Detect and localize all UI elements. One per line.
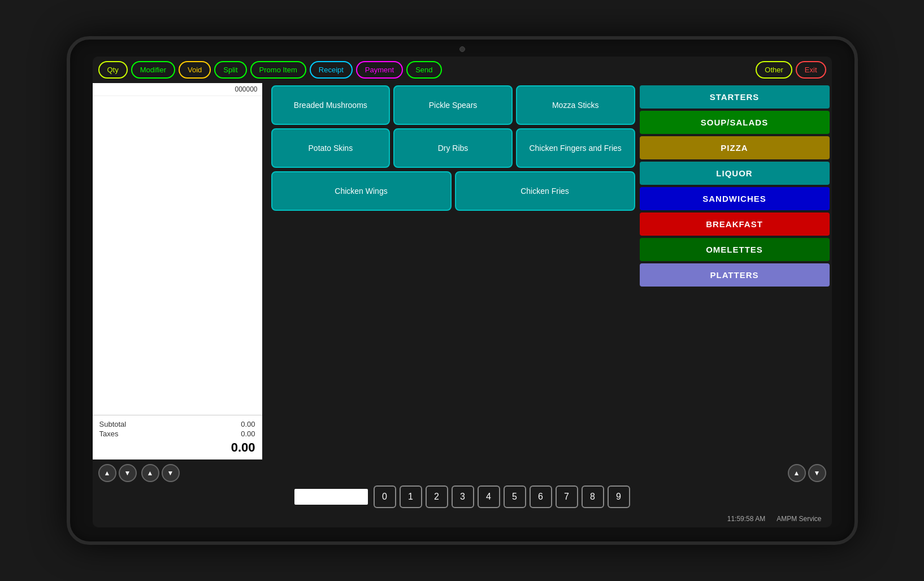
subtotal-label: Subtotal <box>99 420 127 428</box>
cat-btn-starters[interactable]: STARTERS <box>640 85 830 109</box>
menu-grid: Breaded MushroomsPickle SpearsMozza Stic… <box>267 83 640 459</box>
cat-btn-sandwiches[interactable]: SANDWICHES <box>640 187 830 210</box>
menu-item-dry-ribs[interactable]: Dry Ribs <box>393 128 513 168</box>
num-btn-8[interactable]: 8 <box>582 485 604 508</box>
menu-row-1: Potato SkinsDry RibsChicken Fingers and … <box>271 128 635 168</box>
up-arrow-icon <box>104 469 111 477</box>
menu-item-chicken-fries[interactable]: Chicken Fries <box>455 171 635 211</box>
cat-scroll-group <box>788 464 826 482</box>
taxes-value: 0.00 <box>241 430 255 438</box>
num-btn-7[interactable]: 7 <box>556 485 578 508</box>
promo-button[interactable]: Promo Item <box>250 61 306 79</box>
menu-row-0: Breaded MushroomsPickle SpearsMozza Stic… <box>271 85 635 125</box>
exit-button[interactable]: Exit <box>796 61 826 79</box>
cat-btn-soup-salads[interactable]: SOUP/SALADS <box>640 111 830 134</box>
num-btn-1[interactable]: 1 <box>400 485 422 508</box>
numpad-row: 0123456789 <box>98 485 826 510</box>
num-btn-2[interactable]: 2 <box>426 485 448 508</box>
order-scroll-group <box>98 464 137 482</box>
screen: Qty Modifier Void Split Promo Item Recei… <box>93 57 832 527</box>
cat-scroll-up[interactable] <box>788 464 806 482</box>
total-value: 0.00 <box>231 440 255 455</box>
split-button[interactable]: Split <box>214 61 246 79</box>
text-input[interactable] <box>294 489 368 505</box>
qty-button[interactable]: Qty <box>98 61 128 79</box>
num-btn-6[interactable]: 6 <box>530 485 552 508</box>
send-button[interactable]: Send <box>406 61 441 79</box>
cat-btn-pizza[interactable]: PIZZA <box>640 136 830 159</box>
cat-scroll-down[interactable] <box>808 464 826 482</box>
down-arrow-icon-2 <box>167 469 174 477</box>
up-arrow-icon-3 <box>793 469 800 477</box>
menu-scroll-up[interactable] <box>141 464 159 482</box>
menu-item-pickle-spears[interactable]: Pickle Spears <box>393 85 513 125</box>
payment-button[interactable]: Payment <box>356 61 403 79</box>
menu-item-breaded-mushrooms[interactable]: Breaded Mushrooms <box>271 85 391 125</box>
main-content: 000000 Subtotal 0.00 Taxes 0.00 0.00 <box>93 83 832 459</box>
num-btn-9[interactable]: 9 <box>608 485 630 508</box>
toolbar-right: Other Exit <box>756 61 826 79</box>
camera <box>459 46 465 52</box>
status-bar: 11:59:58 AM AMPM Service <box>98 514 826 524</box>
other-button[interactable]: Other <box>756 61 792 79</box>
status-time: 11:59:58 AM <box>727 515 765 523</box>
taxes-row: Taxes 0.00 <box>99 430 255 438</box>
num-btn-0[interactable]: 0 <box>374 485 396 508</box>
menu-item-chicken-wings[interactable]: Chicken Wings <box>271 171 452 211</box>
cat-btn-omelettes[interactable]: OMELETTES <box>640 238 830 261</box>
down-arrow-icon-3 <box>814 469 821 477</box>
menu-item-chicken-fingers-fries[interactable]: Chicken Fingers and Fries <box>516 128 635 168</box>
order-total: 0.00 <box>99 440 255 455</box>
subtotal-row: Subtotal 0.00 <box>99 420 255 428</box>
menu-row-2: Chicken WingsChicken Fries <box>271 171 635 211</box>
order-scroll-up[interactable] <box>98 464 116 482</box>
num-btn-4[interactable]: 4 <box>478 485 500 508</box>
order-items <box>93 96 262 415</box>
menu-scroll-group <box>141 464 180 482</box>
cat-btn-liquor[interactable]: LIQUOR <box>640 162 830 185</box>
num-btn-3[interactable]: 3 <box>452 485 474 508</box>
menu-scroll-down[interactable] <box>162 464 180 482</box>
cat-btn-platters[interactable]: PLATTERS <box>640 263 830 287</box>
order-footer: Subtotal 0.00 Taxes 0.00 0.00 <box>93 415 262 459</box>
numpad-keys: 0123456789 <box>374 485 630 508</box>
void-button[interactable]: Void <box>179 61 211 79</box>
down-arrow-icon <box>124 469 131 477</box>
up-arrow-icon-2 <box>147 469 154 477</box>
bottom-controls <box>98 464 826 482</box>
tablet-device: Qty Modifier Void Split Promo Item Recei… <box>67 36 858 545</box>
bottom-area: 0123456789 11:59:58 AM AMPM Service <box>93 459 832 527</box>
cat-btn-breakfast[interactable]: BREAKFAST <box>640 213 830 236</box>
order-panel: 000000 Subtotal 0.00 Taxes 0.00 0.00 <box>93 83 262 459</box>
menu-item-potato-skins[interactable]: Potato Skins <box>271 128 391 168</box>
menu-item-mozza-sticks[interactable]: Mozza Sticks <box>516 85 635 125</box>
subtotal-value: 0.00 <box>241 420 255 428</box>
toolbar: Qty Modifier Void Split Promo Item Recei… <box>93 57 832 83</box>
order-number: 000000 <box>93 83 262 96</box>
status-service: AMPM Service <box>776 515 821 523</box>
taxes-label: Taxes <box>99 430 119 438</box>
category-panel: STARTERSSOUP/SALADSPIZZALIQUORSANDWICHES… <box>640 83 832 459</box>
receipt-button[interactable]: Receipt <box>310 61 353 79</box>
order-scroll-down[interactable] <box>119 464 137 482</box>
num-btn-5[interactable]: 5 <box>504 485 526 508</box>
modifier-button[interactable]: Modifier <box>131 61 175 79</box>
